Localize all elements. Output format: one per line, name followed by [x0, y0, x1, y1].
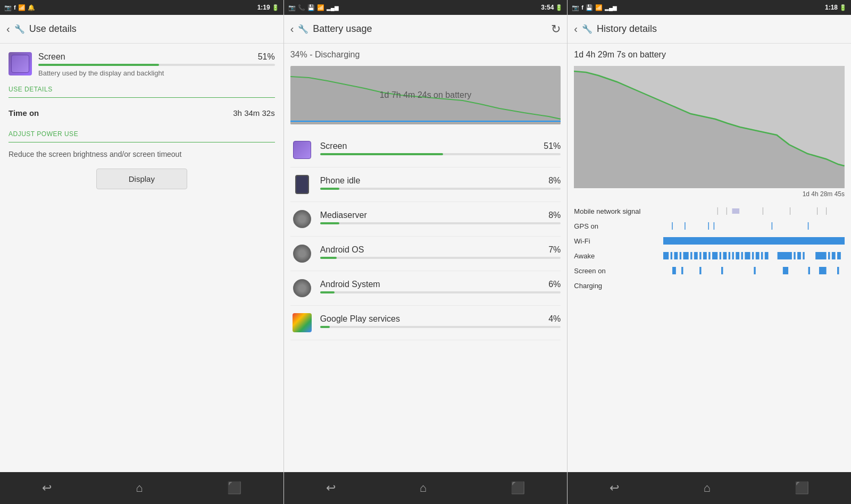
battery-phone-icon: [290, 173, 314, 196]
fb-icon: f: [14, 4, 16, 11]
screen-on-svg: [663, 267, 845, 274]
refresh-button[interactable]: ↻: [551, 22, 561, 36]
status-bar-1: 📷 f 📶 🔔 1:19 🔋: [0, 0, 283, 15]
screen-item-percent: 51%: [258, 52, 275, 62]
page-title-2: Battery usage: [313, 23, 547, 35]
back-button-2[interactable]: ‹: [290, 23, 294, 35]
battery-os-progress-bg: [320, 257, 561, 259]
screen-item-name: Screen: [38, 52, 65, 62]
svg-rect-32: [741, 252, 743, 259]
battery-screen-progress: [320, 153, 443, 155]
svg-rect-54: [837, 267, 839, 274]
svg-marker-2: [574, 71, 845, 188]
svg-rect-16: [663, 252, 669, 259]
mobile-signal-bar: [663, 207, 845, 215]
gear-icon-os: [293, 245, 311, 263]
time-on-value: 3h 34m 32s: [233, 108, 274, 117]
battery-sys-name: Android System: [320, 280, 380, 289]
use-item-screen: Screen 51% Battery used by the display a…: [9, 52, 275, 77]
status-left-2: 📷 📞 💾 📶 ▂▄▆: [288, 4, 339, 11]
time-on-row: Time on 3h 34m 32s: [9, 104, 275, 122]
back-nav-1[interactable]: ↩: [42, 481, 52, 495]
svg-rect-36: [761, 252, 763, 259]
history-chart-duration: 1d 4h 28m 45s: [574, 190, 845, 198]
status-bar-3: 📷 f 💾 📶 ▂▄▆ 1:18 🔋: [568, 0, 851, 15]
recents-nav-3[interactable]: ⬛: [795, 481, 809, 495]
battery-sys-info: Android System 6%: [320, 280, 561, 297]
status-right-1: 1:19 🔋: [257, 4, 279, 11]
battery-item-mediaserver[interactable]: Mediaserver 8%: [290, 202, 561, 237]
top-bar-3: ‹ 🔧 History details: [568, 15, 851, 44]
recents-nav-1[interactable]: ⬛: [227, 481, 241, 495]
status-bar-2: 📷 📞 💾 📶 ▂▄▆ 3:54 🔋: [284, 0, 568, 15]
svg-rect-23: [699, 252, 701, 259]
battery-item-android-os[interactable]: Android OS 7%: [290, 237, 561, 271]
battery-screen-name-row: Screen 51%: [320, 141, 561, 151]
gps-label: GPS on: [574, 222, 659, 230]
content-3: 1d 4h 29m 7s on battery 1d 4h 28m 45s Mo…: [568, 44, 851, 472]
battery-sys-percent: 6%: [548, 280, 561, 289]
battery-item-phone-idle[interactable]: Phone idle 8%: [290, 167, 561, 202]
battery-phone-name: Phone idle: [320, 176, 361, 186]
gear-icon-system: [293, 279, 311, 297]
svg-rect-28: [723, 252, 727, 259]
history-chart: [574, 66, 845, 188]
nav-bar-2: ↩ ⌂ ⬛: [284, 472, 568, 504]
home-nav-2[interactable]: ⌂: [420, 481, 427, 495]
svg-rect-30: [732, 252, 734, 259]
svg-marker-0: [290, 77, 561, 124]
screen-item-info: Screen 51% Battery used by the display a…: [38, 52, 275, 77]
battery-play-info: Google Play services 4%: [320, 314, 561, 331]
screen-on-bar: [663, 267, 845, 274]
status-time-1: 1:19: [257, 4, 270, 11]
svg-rect-44: [832, 252, 836, 259]
back-button-3[interactable]: ‹: [574, 23, 578, 35]
battery-screen-name: Screen: [320, 141, 347, 151]
battery-media-info: Mediaserver 8%: [320, 211, 561, 228]
back-nav-2[interactable]: ↩: [326, 481, 336, 495]
screen-on-label: Screen on: [574, 267, 659, 275]
battery-item-android-system[interactable]: Android System 6%: [290, 271, 561, 306]
mobile-signal-svg: [663, 207, 845, 215]
content-1: Screen 51% Battery used by the display a…: [0, 44, 283, 472]
screen-icon-2: [293, 141, 311, 159]
home-nav-3[interactable]: ⌂: [704, 481, 711, 495]
wifi-label: Wi-Fi: [574, 237, 659, 245]
svg-rect-53: [819, 267, 827, 274]
svg-rect-5: [732, 208, 740, 214]
display-button[interactable]: Display: [96, 169, 187, 189]
adjust-power-text: Reduce the screen brightness and/or scre…: [9, 149, 275, 160]
save-icon-3: 💾: [586, 4, 593, 11]
svg-rect-20: [683, 252, 689, 259]
battery-sys-icon: [290, 276, 314, 300]
wifi-full-bar: [663, 237, 845, 245]
battery-os-info: Android OS 7%: [320, 245, 561, 262]
signal-row-awake: Awake: [574, 249, 845, 263]
back-nav-3[interactable]: ↩: [610, 481, 619, 495]
wifi-icon-2: 📶: [317, 4, 324, 11]
battery-icon-2: 🔋: [555, 4, 563, 11]
call-icon-2: 📞: [298, 4, 305, 11]
status-time-2: 3:54: [541, 4, 554, 11]
charging-status: 34% - Discharging: [290, 50, 561, 60]
svg-rect-27: [720, 252, 721, 259]
signal-icon-2: ▂▄▆: [327, 5, 339, 11]
battery-icon-3: 🔋: [839, 4, 847, 11]
signal-icon-3: ▂▄▆: [605, 5, 617, 11]
battery-os-icon: [290, 242, 314, 265]
use-details-label: USE DETAILS: [9, 86, 275, 93]
battery-screen-icon: [290, 138, 314, 162]
battery-item-screen[interactable]: Screen 51%: [290, 133, 561, 167]
svg-rect-51: [783, 267, 788, 274]
adjust-power-divider: [9, 142, 275, 142]
recents-nav-2[interactable]: ⬛: [511, 481, 525, 495]
battery-os-name: Android OS: [320, 245, 364, 255]
battery-phone-progress: [320, 188, 339, 190]
back-button-1[interactable]: ‹: [6, 23, 10, 35]
time-on-label: Time on: [9, 108, 39, 117]
battery-os-progress: [320, 257, 337, 259]
signal-row-mobile: Mobile network signal: [574, 204, 845, 218]
svg-rect-37: [765, 252, 769, 259]
battery-item-google-play[interactable]: Google Play services 4%: [290, 306, 561, 340]
home-nav-1[interactable]: ⌂: [136, 481, 143, 495]
